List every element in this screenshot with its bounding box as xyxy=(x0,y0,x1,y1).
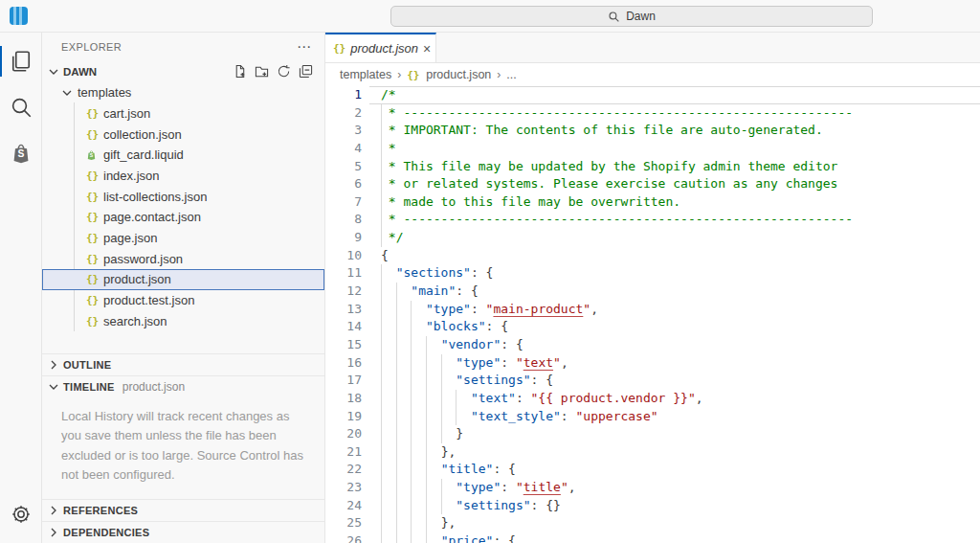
chevron-right-icon xyxy=(46,503,61,518)
folder-label: templates xyxy=(78,85,131,100)
code-line[interactable]: 25 }, xyxy=(325,514,980,532)
json-file-icon: {} xyxy=(333,42,345,55)
code-line[interactable]: 6 * or related systems. Please exercise … xyxy=(325,175,980,193)
file-item-password.json[interactable]: {}password.json xyxy=(42,248,324,269)
code-line[interactable]: 4 * xyxy=(325,140,980,158)
activity-item-settings[interactable] xyxy=(0,491,42,537)
new-folder-icon[interactable] xyxy=(255,64,269,79)
code-line[interactable]: 10{ xyxy=(325,247,980,265)
section-header-outline[interactable]: OUTLINE xyxy=(42,354,324,375)
folder-row-templates[interactable]: templates xyxy=(42,82,324,103)
breadcrumb-item[interactable]: ... xyxy=(506,68,516,81)
line-number[interactable]: 12 xyxy=(325,283,362,301)
line-number[interactable]: 1 xyxy=(325,86,362,104)
file-item-list-collections.json[interactable]: {}list-collections.json xyxy=(42,186,324,207)
tab-product-json[interactable]: {} product.json × xyxy=(325,33,436,62)
line-number[interactable]: 15 xyxy=(325,336,362,354)
activity-item-search[interactable] xyxy=(0,84,42,130)
section-header-dependencies[interactable]: DEPENDENCIES xyxy=(42,522,324,543)
line-number[interactable]: 25 xyxy=(325,514,362,532)
code-line[interactable]: 3 * IMPORTANT: The contents of this file… xyxy=(325,122,980,140)
activity-item-explorer[interactable] xyxy=(0,38,42,84)
file-item-gift_card.liquid[interactable]: Sgift_card.liquid xyxy=(42,145,324,166)
more-actions-icon[interactable]: ⋯ xyxy=(297,43,311,51)
file-item-cart.json[interactable]: {}cart.json xyxy=(42,102,324,124)
code-line[interactable]: 14 "blocks": { xyxy=(325,318,980,336)
file-tree: {}cart.json{}collection.jsonSgift_card.l… xyxy=(42,102,324,331)
code-line[interactable]: 21 }, xyxy=(325,443,980,462)
line-number[interactable]: 5 xyxy=(325,158,362,176)
line-number[interactable]: 24 xyxy=(325,497,362,515)
activity-bar: S xyxy=(0,33,42,543)
chevron-right-icon xyxy=(46,525,61,540)
collapse-all-icon[interactable] xyxy=(299,64,313,79)
code-line[interactable]: 13 "type": "main-product", xyxy=(325,301,980,319)
file-item-collection.json[interactable]: {}collection.json xyxy=(42,124,324,145)
code-line[interactable]: 1/* xyxy=(325,86,980,104)
code-line[interactable]: 20 } xyxy=(325,425,980,443)
line-number[interactable]: 6 xyxy=(325,175,362,193)
code-line[interactable]: 5 * This file may be updated by the Shop… xyxy=(325,158,980,176)
line-number[interactable]: 16 xyxy=(325,354,362,373)
line-number[interactable]: 18 xyxy=(325,390,362,408)
code-line[interactable]: 15 "vendor": { xyxy=(325,336,980,354)
line-number[interactable]: 3 xyxy=(325,122,362,140)
line-number[interactable]: 2 xyxy=(325,104,362,123)
line-number[interactable]: 17 xyxy=(325,372,362,390)
code-line[interactable]: 9 */ xyxy=(325,229,980,247)
sidebar-section-outline: OUTLINE xyxy=(42,353,324,375)
line-content: * This file may be updated by the Shopif… xyxy=(362,158,980,176)
code-line[interactable]: 19 "text_style": "uppercase" xyxy=(325,408,980,426)
line-content: } xyxy=(362,425,980,443)
new-file-icon[interactable] xyxy=(233,64,247,79)
line-number[interactable]: 10 xyxy=(325,247,362,265)
line-number[interactable]: 9 xyxy=(325,229,362,247)
code-line[interactable]: 12 "main": { xyxy=(325,283,980,301)
close-icon[interactable]: × xyxy=(423,42,431,56)
json-file-icon: {} xyxy=(86,191,101,203)
code-line[interactable]: 24 "settings": {} xyxy=(325,497,980,515)
line-number[interactable]: 7 xyxy=(325,193,362,212)
file-item-product.json[interactable]: {}product.json xyxy=(42,269,324,290)
line-number[interactable]: 11 xyxy=(325,264,362,283)
line-number[interactable]: 8 xyxy=(325,211,362,229)
line-number[interactable]: 26 xyxy=(325,532,362,543)
workspace-row-dawn[interactable]: DAWN xyxy=(42,61,324,82)
refresh-icon[interactable] xyxy=(277,64,291,79)
line-number[interactable]: 4 xyxy=(325,140,362,158)
code-line[interactable]: 2 * ------------------------------------… xyxy=(325,104,980,123)
file-item-page.json[interactable]: {}page.json xyxy=(42,228,324,249)
code-line[interactable]: 16 "type": "text", xyxy=(325,354,980,373)
code-line[interactable]: 23 "type": "title", xyxy=(325,479,980,497)
line-number[interactable]: 22 xyxy=(325,461,362,479)
line-number[interactable]: 20 xyxy=(325,425,362,443)
line-number[interactable]: 14 xyxy=(325,318,362,336)
file-name: product.json xyxy=(103,272,171,286)
line-number[interactable]: 23 xyxy=(325,479,362,497)
line-content: "vendor": { xyxy=(362,336,980,354)
command-center-search[interactable]: Dawn xyxy=(390,6,873,27)
breadcrumb-item[interactable]: templates xyxy=(340,68,391,81)
vscode-logo-icon[interactable] xyxy=(10,7,28,25)
section-header-timeline[interactable]: TIMELINEproduct.json xyxy=(42,376,324,397)
line-content: * --------------------------------------… xyxy=(362,211,980,229)
code-line[interactable]: 7 * made to this file may be overwritten… xyxy=(325,193,980,212)
activity-item-shopify[interactable]: S xyxy=(0,130,42,176)
explorer-title: EXPLORER xyxy=(61,41,122,53)
file-item-product.test.json[interactable]: {}product.test.json xyxy=(42,290,324,311)
code-line[interactable]: 18 "text": "{{ product.vendor }}", xyxy=(325,390,980,408)
line-number[interactable]: 21 xyxy=(325,443,362,462)
code-line[interactable]: 26 "price": { xyxy=(325,532,980,543)
code-line[interactable]: 11 "sections": { xyxy=(325,264,980,283)
section-header-references[interactable]: REFERENCES xyxy=(42,500,324,521)
line-number[interactable]: 13 xyxy=(325,301,362,319)
code-editor[interactable]: 1/*2 * ---------------------------------… xyxy=(325,86,980,543)
code-line[interactable]: 22 "title": { xyxy=(325,461,980,479)
file-item-search.json[interactable]: {}search.json xyxy=(42,310,324,331)
code-line[interactable]: 8 * ------------------------------------… xyxy=(325,211,980,229)
breadcrumb-item[interactable]: {}product.json xyxy=(407,68,491,81)
line-number[interactable]: 19 xyxy=(325,408,362,426)
file-item-index.json[interactable]: {}index.json xyxy=(42,166,324,187)
code-line[interactable]: 17 "settings": { xyxy=(325,372,980,390)
file-item-page.contact.json[interactable]: {}page.contact.json xyxy=(42,207,324,228)
